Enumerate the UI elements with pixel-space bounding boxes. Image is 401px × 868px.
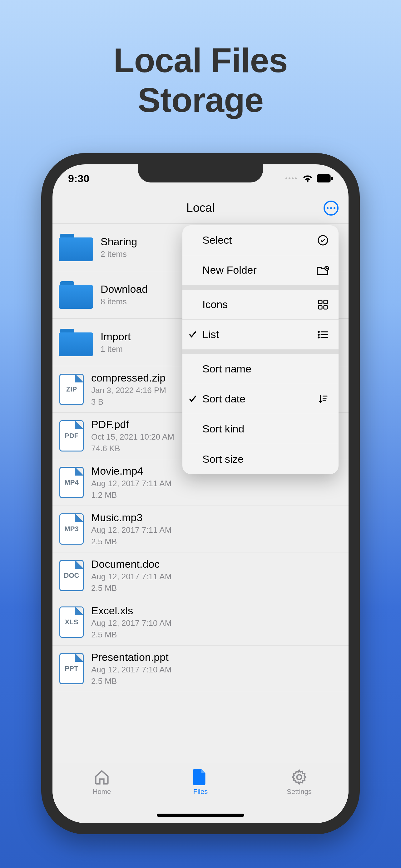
phone-notch — [138, 164, 263, 183]
svg-point-17 — [297, 775, 301, 779]
menu-sort-size[interactable]: Sort size — [182, 444, 338, 474]
checkmark-icon — [188, 330, 198, 340]
menu-label: Sort name — [202, 363, 252, 375]
page-title: Local — [187, 201, 215, 215]
context-menu: Select New Folder Icons — [182, 225, 338, 474]
menu-sort-name[interactable]: Sort name — [182, 354, 338, 384]
promo-line-2: Storage — [0, 80, 401, 120]
folder-icon — [59, 234, 93, 261]
file-icon: PDF — [59, 420, 84, 452]
status-time: 9:30 — [68, 173, 89, 185]
menu-separator — [182, 285, 338, 290]
menu-label: Sort date — [202, 393, 245, 405]
menu-view-list[interactable]: List — [182, 320, 338, 350]
sort-descending-icon — [317, 393, 329, 405]
file-size: 2.5 MB — [91, 536, 341, 547]
file-icon: DOC — [59, 560, 84, 591]
file-row[interactable]: XLS Excel.xls Aug 12, 2017 7:10 AM 2.5 M… — [53, 599, 348, 646]
file-name: Presentation.ppt — [91, 651, 341, 663]
folder-icon — [59, 281, 93, 309]
menu-label: Icons — [202, 299, 228, 311]
more-button[interactable] — [324, 200, 338, 216]
file-icon: XLS — [59, 607, 84, 638]
files-icon — [192, 769, 209, 785]
file-row[interactable]: DOC Document.doc Aug 12, 2017 7:11 AM 2.… — [53, 552, 348, 599]
home-icon — [94, 769, 110, 785]
menu-sort-kind[interactable]: Sort kind — [182, 414, 338, 444]
file-name: Music.mp3 — [91, 512, 341, 524]
home-indicator[interactable] — [157, 814, 244, 817]
svg-rect-6 — [319, 305, 322, 309]
file-size: 1.2 MB — [91, 490, 341, 500]
list-icon — [317, 329, 329, 341]
file-date: Aug 12, 2017 7:10 AM — [91, 664, 341, 675]
svg-rect-0 — [317, 174, 331, 183]
tab-label: Settings — [287, 788, 312, 796]
svg-point-10 — [318, 334, 320, 335]
file-date: Aug 12, 2017 7:11 AM — [91, 478, 341, 489]
file-size: 2.5 MB — [91, 583, 341, 593]
file-row[interactable]: PPT Presentation.ppt Aug 12, 2017 7:10 A… — [53, 646, 348, 692]
file-date: Aug 12, 2017 7:10 AM — [91, 618, 341, 628]
tab-home[interactable]: Home — [77, 769, 127, 823]
battery-icon — [317, 174, 333, 183]
file-icon: MP3 — [59, 514, 84, 545]
nav-bar: Local — [53, 192, 348, 224]
file-icon: PPT — [59, 653, 84, 684]
svg-rect-7 — [324, 305, 327, 309]
select-circle-check-icon — [317, 234, 329, 247]
svg-point-8 — [318, 331, 320, 333]
menu-label: List — [202, 329, 219, 341]
menu-label: Select — [202, 234, 232, 246]
folder-icon — [59, 329, 93, 356]
tab-label: Files — [193, 788, 208, 796]
cellular-dots-icon — [286, 178, 297, 179]
file-date: Aug 12, 2017 7:11 AM — [91, 571, 341, 582]
menu-label: New Folder — [202, 264, 257, 276]
file-date: Aug 12, 2017 7:11 AM — [91, 525, 341, 535]
phone-mockup: 9:30 Local Sharing 2 items — [41, 153, 360, 834]
tab-settings[interactable]: Settings — [274, 769, 324, 823]
menu-label: Sort size — [202, 453, 244, 465]
svg-rect-5 — [324, 300, 327, 303]
menu-separator — [182, 350, 338, 354]
menu-sort-date[interactable]: Sort date — [182, 384, 338, 414]
menu-view-icons[interactable]: Icons — [182, 290, 338, 320]
svg-rect-4 — [319, 300, 322, 303]
file-icon: MP4 — [59, 467, 84, 498]
menu-label: Sort kind — [202, 423, 244, 435]
menu-new-folder[interactable]: New Folder — [182, 255, 338, 285]
file-name: Excel.xls — [91, 604, 341, 617]
promo-title: Local Files Storage — [0, 0, 401, 120]
checkmark-icon — [188, 394, 198, 404]
folder-plus-icon — [317, 264, 329, 277]
file-size: 2.5 MB — [91, 629, 341, 640]
tab-label: Home — [93, 788, 111, 796]
file-row[interactable]: MP3 Music.mp3 Aug 12, 2017 7:11 AM 2.5 M… — [53, 506, 348, 552]
svg-point-12 — [318, 337, 320, 338]
file-icon: ZIP — [59, 374, 84, 405]
gear-icon — [291, 769, 307, 785]
grid-icon — [317, 299, 329, 311]
file-name: Document.doc — [91, 558, 341, 570]
svg-rect-1 — [331, 177, 333, 180]
menu-select[interactable]: Select — [182, 225, 338, 255]
svg-point-2 — [318, 236, 328, 245]
promo-line-1: Local Files — [0, 41, 401, 80]
wifi-icon — [302, 174, 313, 183]
file-size: 2.5 MB — [91, 676, 341, 686]
